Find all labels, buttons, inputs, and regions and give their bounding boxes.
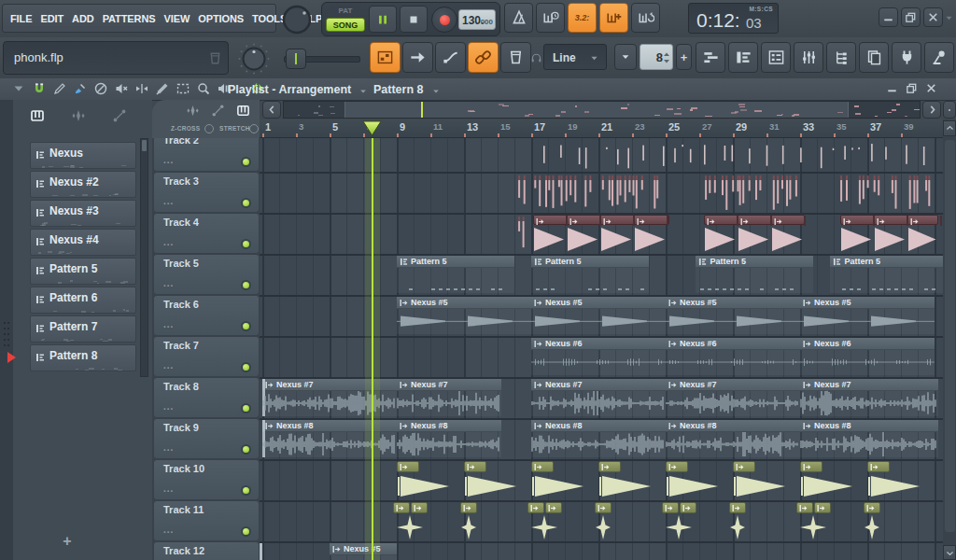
track-options[interactable]: ...	[163, 442, 174, 453]
clip-pattern-5[interactable]: Pattern 5	[397, 256, 514, 293]
app-close-button[interactable]	[923, 7, 943, 27]
song-mode-button[interactable]: SONG	[326, 18, 365, 32]
playhead-line[interactable]	[372, 138, 374, 560]
track-mute-led[interactable]	[241, 485, 251, 496]
clip-notes-dense[interactable]	[516, 174, 668, 211]
playlist-title[interactable]: Playlist - Arrangement	[228, 83, 351, 96]
clip-nexus-5[interactable]: Nexus #5	[397, 297, 531, 334]
slip-tool-button[interactable]	[134, 81, 149, 96]
clip-nexus-7[interactable]: Nexus #7	[666, 379, 800, 416]
track-mute-led[interactable]	[241, 403, 251, 413]
clip-star-shot[interactable]	[662, 502, 703, 539]
clip-nexus-5[interactable]: Nexus #5	[800, 297, 935, 334]
arrangement-overview[interactable]	[283, 101, 921, 119]
stretch-toggle[interactable]	[249, 124, 259, 133]
track-header-track-11[interactable]: Track 11 ...	[154, 501, 259, 540]
clip-one-shot[interactable]	[397, 461, 453, 498]
track-header-track-5[interactable]: Track 5 ...	[154, 255, 259, 294]
scroll-right-button[interactable]	[922, 101, 941, 119]
pattern-item-nexus[interactable]: Nexus	[30, 142, 136, 169]
slider-thumb[interactable]	[286, 49, 306, 69]
step-edit-button[interactable]	[370, 42, 401, 73]
vertical-scrollbar[interactable]	[943, 119, 956, 560]
mixer-toggle[interactable]	[794, 42, 823, 73]
track-options[interactable]: ...	[163, 237, 174, 247]
pattern-caret-icon[interactable]	[431, 87, 441, 96]
track-options[interactable]: ...	[163, 483, 174, 494]
automation-tab-icon[interactable]	[211, 104, 225, 118]
clip-one-shot[interactable]	[800, 461, 856, 498]
audio-picker-tab[interactable]	[69, 107, 88, 124]
pattern-list-scrollbar[interactable]	[140, 138, 148, 377]
channel-rack-toggle[interactable]	[761, 42, 791, 73]
playlist-restore-button[interactable]	[905, 81, 919, 95]
playlist-grid[interactable]: Pattern 5Pattern 5Pattern 5Pattern 5Nexu…	[260, 138, 943, 560]
track-header-track-8[interactable]: Track 8 ...	[154, 378, 259, 417]
pattern-item-pattern-8[interactable]: Pattern 8	[30, 344, 136, 371]
spinner-icon[interactable]	[663, 50, 670, 65]
overview-options-button[interactable]	[943, 101, 956, 119]
plugin-button[interactable]	[892, 42, 921, 73]
track-mute-led[interactable]	[241, 444, 251, 455]
add-pattern-list-button[interactable]: +	[58, 532, 77, 551]
snap-magnet-button[interactable]	[32, 81, 47, 96]
clip-star-shot[interactable]	[460, 502, 501, 539]
track-mute-led[interactable]	[241, 362, 251, 372]
track-mute-led[interactable]	[241, 198, 251, 208]
pattern-number-field[interactable]: 8	[640, 44, 673, 70]
zcross-toggle[interactable]	[204, 124, 214, 133]
app-minimize-button[interactable]	[879, 7, 898, 27]
menu-item-add[interactable]: ADD	[72, 13, 94, 24]
app-menu-caret-icon[interactable]	[944, 13, 954, 23]
pattern-item-pattern-7[interactable]: Pattern 7	[30, 315, 136, 343]
clip-pattern-5[interactable]: Pattern 5	[696, 256, 813, 293]
stop-button[interactable]	[400, 6, 428, 33]
automation-picker-tab[interactable]	[110, 107, 129, 124]
playlist-toggle[interactable]	[696, 42, 725, 73]
track-options[interactable]: ...	[163, 525, 174, 535]
menu-item-file[interactable]: FILE	[10, 13, 32, 24]
track-header-track-3[interactable]: Track 3 ...	[154, 173, 259, 212]
menu-item-edit[interactable]: EDIT	[40, 13, 63, 24]
menu-item-options[interactable]: OPTIONS	[198, 13, 244, 24]
scroll-left-button[interactable]	[262, 101, 281, 119]
clip-nexus-7[interactable]: Nexus #7	[397, 379, 501, 416]
clip-nexus-7[interactable]: Nexus #7	[800, 379, 938, 416]
time-display[interactable]: M:S:CS 0:12: 03	[688, 3, 779, 34]
record-button[interactable]	[431, 7, 457, 33]
countdown-button[interactable]: 3.2:	[568, 3, 597, 33]
pat-mode-button[interactable]: PAT	[330, 6, 361, 17]
scroll-down-button[interactable]	[943, 545, 956, 560]
clip-star-shot[interactable]	[527, 502, 569, 539]
track-options[interactable]: ...	[163, 360, 174, 371]
menu-item-view[interactable]: VIEW	[164, 13, 190, 24]
track-header-track-9[interactable]: Track 9 ...	[154, 419, 259, 458]
clip-notes-dense[interactable]	[838, 174, 935, 211]
multilink-button[interactable]	[500, 42, 531, 73]
clip-nexus-8[interactable]: Nexus #8	[531, 420, 666, 457]
track-options[interactable]: ...	[163, 278, 174, 288]
clip-notes-dense[interactable]	[703, 174, 806, 211]
track-mute-led[interactable]	[241, 280, 251, 290]
track-mute-led[interactable]	[241, 239, 251, 249]
scroll-up-button[interactable]	[943, 120, 956, 136]
zoom-tool-button[interactable]	[196, 81, 211, 96]
track-header-track-6[interactable]: Track 6 ...	[154, 296, 259, 335]
track-options[interactable]: ...	[163, 401, 174, 412]
clip-nexus-8[interactable]: Nexus #8	[397, 420, 501, 457]
clip-nexus-6[interactable]: Nexus #6	[800, 338, 935, 375]
clip-nexus-8[interactable]: Nexus #8	[666, 420, 800, 457]
scrollbar-handle[interactable]	[945, 140, 955, 532]
delete-tool-button[interactable]	[93, 81, 108, 96]
draw-tool-button[interactable]	[52, 81, 67, 96]
clip-star-shot[interactable]	[796, 502, 837, 539]
pattern-picker-caret-button[interactable]	[614, 44, 637, 70]
main-volume-knob[interactable]	[280, 3, 314, 36]
main-pitch-knob[interactable]	[235, 41, 273, 77]
clip-notes-dense[interactable]	[516, 215, 528, 252]
master-pitch-slider[interactable]	[278, 41, 364, 75]
project-title-field[interactable]: phonk.flp	[3, 41, 229, 75]
loop-record-button[interactable]	[631, 3, 660, 33]
metronome-button[interactable]	[504, 3, 533, 33]
wait-for-input-button[interactable]	[536, 3, 565, 33]
